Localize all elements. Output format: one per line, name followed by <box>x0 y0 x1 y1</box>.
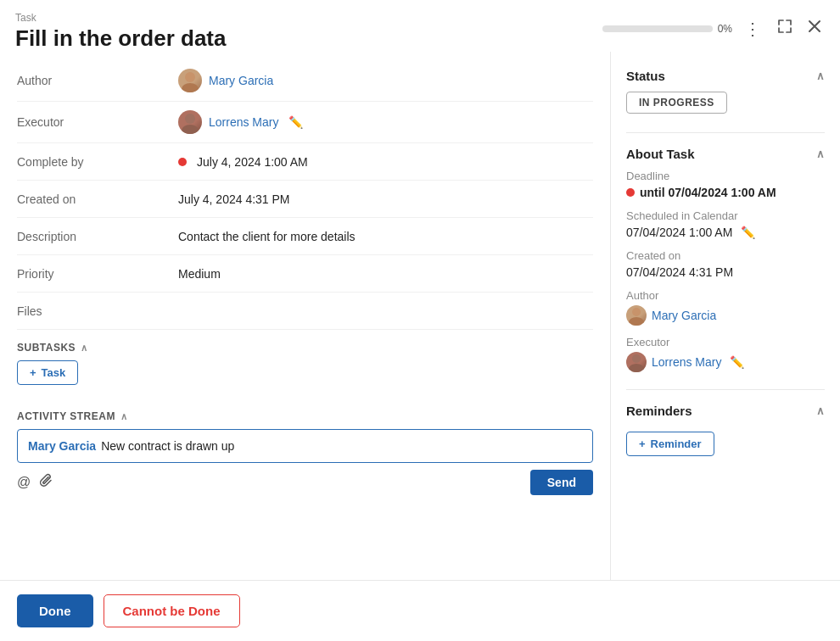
add-reminder-plus: + <box>639 438 646 450</box>
expand-button[interactable] <box>774 17 796 40</box>
add-reminder-label: Reminder <box>651 438 702 450</box>
at-mention-button[interactable]: @ <box>17 475 31 490</box>
executor-avatar <box>178 110 202 134</box>
task-modal: Task Fill in the order data 0% ⋮ <box>0 0 840 641</box>
rp-author-avatar <box>626 305 647 326</box>
activity-chevron[interactable]: ∧ <box>120 411 128 422</box>
author-value: Mary Garcia <box>178 69 273 92</box>
subtasks-chevron[interactable]: ∧ <box>81 343 88 354</box>
footer-actions: Done Cannot be Done <box>0 580 840 641</box>
description-row: Description Contact the client for more … <box>17 218 593 255</box>
task-label: Task <box>15 12 226 24</box>
modal-body: Author Mary Garcia Executor Lorrens Mary… <box>0 52 840 580</box>
activity-toolbar-left: @ <box>17 473 54 492</box>
about-section-header: About Task ∧ <box>626 147 825 161</box>
rp-executor-value: Lorrens Mary ✏️ <box>626 352 825 372</box>
divider-1 <box>626 132 825 133</box>
author-avatar <box>178 69 202 92</box>
author-row: Author Mary Garcia <box>17 60 593 102</box>
author-link[interactable]: Mary Garcia <box>209 74 273 87</box>
executor-row: Executor Lorrens Mary ✏️ <box>17 102 593 143</box>
rp-scheduled-edit-icon[interactable]: ✏️ <box>741 226 755 239</box>
header-left: Task Fill in the order data <box>15 12 226 52</box>
about-section-label: About Task <box>626 147 695 161</box>
rp-author-link[interactable]: Mary Garcia <box>652 309 716 322</box>
attach-button[interactable] <box>39 473 54 492</box>
rp-deadline-dot <box>626 188 635 197</box>
modal-header: Task Fill in the order data 0% ⋮ <box>0 0 840 52</box>
rp-author-value: Mary Garcia <box>626 305 825 326</box>
rp-executor-avatar <box>626 352 647 372</box>
deadline-dot <box>178 158 187 166</box>
rp-deadline-text: until 07/04/2024 1:00 AM <box>640 186 776 199</box>
reminders-label: Reminders <box>626 404 692 418</box>
complete-by-row: Complete by July 4, 2024 1:00 AM <box>17 143 593 181</box>
description-text: Contact the client for more details <box>178 230 356 243</box>
priority-value: Medium <box>178 267 221 281</box>
svg-point-6 <box>632 354 641 363</box>
progress-percent: 0% <box>718 23 732 35</box>
created-on-text: July 4, 2024 4:31 PM <box>178 192 290 206</box>
close-button[interactable] <box>804 18 825 39</box>
rp-deadline-value: until 07/04/2024 1:00 AM <box>626 186 825 199</box>
svg-point-7 <box>629 364 644 372</box>
svg-point-5 <box>629 317 644 326</box>
svg-point-2 <box>185 114 195 124</box>
svg-point-3 <box>182 125 199 134</box>
status-chevron[interactable]: ∧ <box>816 70 825 82</box>
files-label: Files <box>17 304 178 318</box>
svg-point-1 <box>182 83 199 92</box>
rp-author-label: Author <box>626 289 825 302</box>
send-button[interactable]: Send <box>530 470 593 495</box>
add-task-button[interactable]: + Task <box>17 360 78 385</box>
rp-created-value: 07/04/2024 4:31 PM <box>626 265 825 279</box>
add-reminder-button[interactable]: + Reminder <box>626 432 714 456</box>
activity-section-header: ACTIVITY STREAM ∧ <box>17 399 593 429</box>
activity-label: ACTIVITY STREAM <box>17 410 115 422</box>
created-on-row: Created on July 4, 2024 4:31 PM <box>17 181 593 218</box>
task-title: Fill in the order data <box>15 25 226 52</box>
priority-text: Medium <box>178 267 221 281</box>
status-section-label: Status <box>626 69 665 83</box>
subtasks-section-header: SUBTASKS ∧ <box>17 330 593 360</box>
activity-toolbar: @ Send <box>17 470 593 495</box>
rp-executor-edit-icon[interactable]: ✏️ <box>730 355 744 369</box>
rp-executor-label: Executor <box>626 336 825 348</box>
reminders-section-header: Reminders ∧ <box>626 404 825 418</box>
about-chevron[interactable]: ∧ <box>816 148 825 160</box>
activity-user-link[interactable]: Mary Garcia <box>28 439 96 453</box>
created-on-value: July 4, 2024 4:31 PM <box>178 192 290 206</box>
rp-scheduled-text: 07/04/2024 1:00 AM <box>626 226 732 239</box>
description-label: Description <box>17 230 178 243</box>
add-task-plus: + <box>30 366 36 379</box>
rp-created-label: Created on <box>626 249 825 262</box>
rp-deadline-label: Deadline <box>626 170 825 182</box>
progress-bar-wrap: 0% <box>602 23 732 35</box>
executor-link[interactable]: Lorrens Mary <box>209 115 278 129</box>
more-options-button[interactable]: ⋮ <box>741 19 765 39</box>
cannot-be-done-button[interactable]: Cannot be Done <box>104 594 240 627</box>
subtasks-label: SUBTASKS <box>17 342 76 354</box>
progress-bar-bg <box>602 25 713 32</box>
description-value: Contact the client for more details <box>178 230 356 243</box>
divider-2 <box>626 389 825 390</box>
attach-icon <box>39 477 54 491</box>
executor-value: Lorrens Mary ✏️ <box>178 110 303 134</box>
rp-scheduled-label: Scheduled in Calendar <box>626 209 825 222</box>
add-task-label: Task <box>42 366 66 379</box>
complete-by-text: July 4, 2024 1:00 AM <box>197 155 308 169</box>
right-panel: Status ∧ IN PROGRESS About Task ∧ Deadli… <box>611 52 840 580</box>
reminders-chevron[interactable]: ∧ <box>816 404 825 417</box>
rp-scheduled-value: 07/04/2024 1:00 AM ✏️ <box>626 226 825 239</box>
activity-input-text: New contract is drawn up <box>101 439 234 453</box>
activity-input-wrap[interactable]: Mary Garcia New contract is drawn up <box>17 429 593 463</box>
status-badge[interactable]: IN PROGRESS <box>626 92 727 114</box>
priority-row: Priority Medium <box>17 255 593 293</box>
header-right: 0% ⋮ <box>602 17 825 40</box>
done-button[interactable]: Done <box>17 594 93 627</box>
rp-executor-link[interactable]: Lorrens Mary <box>652 355 721 369</box>
executor-edit-icon[interactable]: ✏️ <box>288 115 303 129</box>
executor-label: Executor <box>17 115 178 129</box>
main-panel: Author Mary Garcia Executor Lorrens Mary… <box>0 52 611 580</box>
created-on-label: Created on <box>17 192 178 206</box>
